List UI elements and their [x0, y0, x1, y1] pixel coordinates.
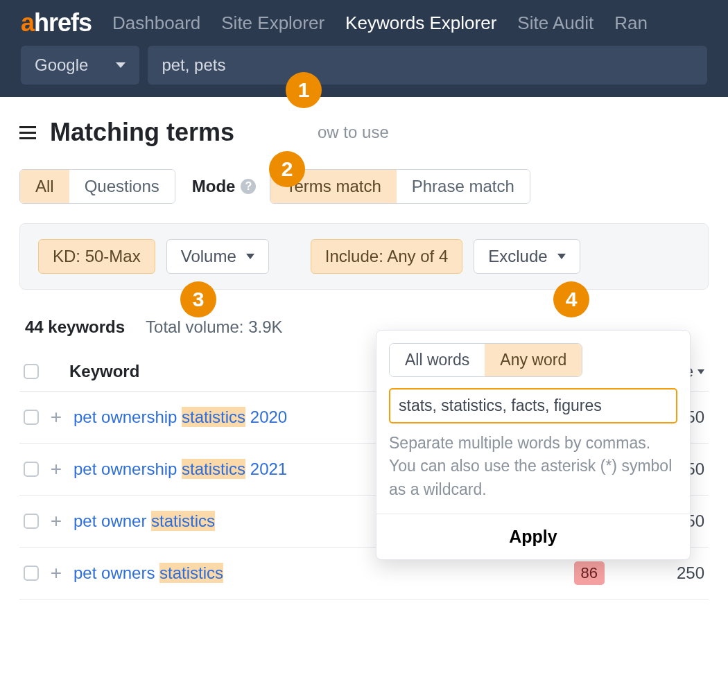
include-dropdown: All words Any word Separate multiple wor… [376, 330, 691, 560]
tab-questions[interactable]: Questions [69, 170, 175, 203]
mode-tab-group: Terms match Phrase match [270, 169, 530, 204]
top-bar: ahrefs Dashboard Site Explorer Keywords … [0, 0, 728, 97]
keyword-link[interactable]: pet ownership statistics 2020 [73, 408, 287, 427]
filter-volume[interactable]: Volume [166, 239, 269, 274]
help-icon[interactable]: ? [241, 179, 256, 194]
tab-any-word[interactable]: Any word [485, 344, 582, 376]
nav-site-explorer[interactable]: Site Explorer [221, 12, 324, 34]
row-checkbox[interactable] [24, 462, 39, 477]
include-words-input[interactable] [389, 388, 677, 423]
include-mode-tabs: All words Any word [389, 343, 582, 377]
logo-a: a [21, 8, 34, 37]
apply-button[interactable]: Apply [376, 514, 690, 559]
expand-icon[interactable]: + [49, 458, 64, 480]
row-checkbox[interactable] [24, 514, 39, 529]
tabs-row: All Questions Mode ? Terms match Phrase … [19, 169, 709, 204]
select-all-checkbox[interactable] [24, 364, 39, 379]
row-checkbox[interactable] [24, 566, 39, 581]
filter-exclude[interactable]: Exclude [474, 239, 580, 274]
keyword-link[interactable]: pet owner statistics [73, 511, 215, 531]
expand-icon[interactable]: + [49, 510, 64, 532]
annotation-4: 4 [553, 281, 589, 317]
search-input[interactable] [148, 46, 707, 85]
total-volume: Total volume: 3.9K [146, 317, 282, 337]
engine-select[interactable]: Google [21, 46, 139, 85]
chevron-down-icon [116, 62, 125, 68]
tab-all[interactable]: All [20, 170, 69, 203]
page-title: Matching terms [50, 118, 234, 147]
row-checkbox[interactable] [24, 410, 39, 425]
search-row: Google [0, 46, 728, 97]
chevron-down-icon [246, 254, 254, 259]
logo[interactable]: ahrefs [21, 8, 92, 37]
tab-phrase-match[interactable]: Phrase match [397, 170, 530, 203]
filters-bar: KD: 50-Max Volume Include: Any of 4 Excl… [19, 223, 709, 290]
tab-all-words[interactable]: All words [390, 344, 485, 376]
nav-rank[interactable]: Ran [614, 12, 648, 34]
filter-kd[interactable]: KD: 50-Max [38, 239, 155, 274]
annotation-3: 3 [180, 281, 216, 317]
engine-label: Google [35, 55, 88, 75]
how-to-use-link[interactable]: ow to use [318, 123, 389, 142]
column-keyword[interactable]: Keyword [69, 362, 139, 381]
annotation-1: 1 [286, 72, 322, 108]
nav-dashboard[interactable]: Dashboard [112, 12, 200, 34]
filter-include[interactable]: Include: Any of 4 [311, 239, 462, 274]
chevron-down-icon [557, 254, 566, 259]
logo-rest: hrefs [34, 8, 92, 37]
include-hint: Separate multiple words by commas. You c… [389, 432, 677, 501]
top-nav: ahrefs Dashboard Site Explorer Keywords … [0, 0, 728, 46]
nav-site-audit[interactable]: Site Audit [517, 12, 593, 34]
keyword-count: 44 keywords [25, 317, 125, 337]
keyword-link[interactable]: pet ownership statistics 2021 [73, 460, 287, 479]
expand-icon[interactable]: + [49, 406, 64, 428]
keyword-link[interactable]: pet owners statistics [73, 563, 223, 583]
kd-badge: 86 [574, 561, 605, 585]
chevron-down-icon [697, 369, 704, 374]
menu-icon[interactable] [19, 126, 36, 139]
nav-keywords-explorer[interactable]: Keywords Explorer [345, 12, 496, 34]
expand-icon[interactable]: + [49, 562, 64, 584]
title-row: Matching terms ow to use [19, 118, 709, 147]
scope-tab-group: All Questions [19, 169, 175, 204]
annotation-2: 2 [269, 151, 305, 187]
volume-cell: 250 [642, 563, 704, 583]
mode-label: Mode ? [192, 177, 257, 196]
